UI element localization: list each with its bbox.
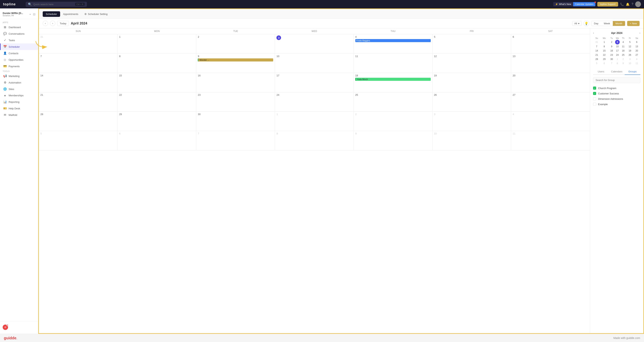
mini-day-31-prev[interactable]: 31 [593,40,600,44]
support-button[interactable]: topline Support [597,2,618,6]
event-yoda-minch[interactable]: Yoda Minch [355,78,431,81]
cal-cell-1[interactable]: 1 [118,34,196,54]
mini-day-9[interactable]: 9 [608,44,615,49]
week-view-button[interactable]: Week [601,21,613,26]
cal-cell-2[interactable]: 2 [196,34,275,54]
cal-cell-16[interactable]: 16 [196,73,275,92]
cal-cell-6[interactable]: 6 [511,34,590,54]
search-input[interactable] [33,3,74,6]
sidebar-item-contacts[interactable]: 👤 Contacts [0,50,38,56]
mini-day-8-next[interactable]: 8 [615,61,620,66]
mini-day-28[interactable]: 28 [593,57,600,61]
group-item-church[interactable]: ✓ Church Program [593,86,640,91]
new-appointment-button[interactable]: + New [627,21,640,26]
mini-day-16[interactable]: 16 [608,49,615,53]
cal-cell-7[interactable]: 7 [39,54,118,73]
user-avatar[interactable] [635,1,641,7]
mini-day-9-next[interactable]: 9 [620,61,627,66]
bell-icon[interactable]: 🔔 [626,2,630,6]
mini-day-22[interactable]: 22 [600,53,608,57]
mini-day-5[interactable]: 5 [626,40,633,44]
search-group-input[interactable] [593,77,640,83]
cal-cell-15[interactable]: 15 [118,73,196,92]
mini-day-1-next[interactable]: 1 [615,57,620,61]
cal-cell-27[interactable]: 27 [511,92,590,112]
mini-day-15[interactable]: 15 [600,49,608,53]
group-checkbox-church[interactable]: ✓ [593,86,596,90]
cal-cell-10-next[interactable]: 10 [432,131,511,150]
group-checkbox-dimension[interactable] [593,97,596,100]
mini-day-4[interactable]: 4 [620,40,627,44]
cal-cell-11-next[interactable]: 11 [511,131,590,150]
cal-cell-30[interactable]: 30 [196,112,275,131]
cal-cell-2-next[interactable]: 2 [354,112,432,131]
cal-cell-4-next[interactable]: 4 [511,112,590,131]
company-selector[interactable]: Dunder Mifflin [D... Scranton, PA ▾ ⊟ [0,11,38,19]
collapse-icon[interactable]: ⊟ [33,12,36,16]
today-button[interactable]: Today [57,21,69,26]
sidebar-item-mailfold[interactable]: ✉ Mailfold [0,112,38,118]
cal-cell-25[interactable]: 25 [354,92,432,112]
mini-day-5-next[interactable]: 5 [593,61,600,66]
cal-cell-12[interactable]: 12 [432,54,511,73]
cal-cell-10[interactable]: 10 [275,54,354,73]
mini-day-21[interactable]: 21 [593,53,600,57]
mini-day-1[interactable]: 1 [600,40,608,44]
sidebar-item-tasks[interactable]: ✓ Tasks [0,37,38,44]
sidebar-item-sites[interactable]: 🌐 Sites [0,86,38,92]
whats-new-button[interactable]: ⚡ What's New Calendar Updates [553,2,595,6]
cal-cell-8-next[interactable]: 8 [275,131,354,150]
mini-day-29[interactable]: 29 [600,57,608,61]
cal-cell-17[interactable]: 17 [275,73,354,92]
panel-tab-groups[interactable]: Groups [625,68,640,75]
mini-day-23[interactable]: 23 [608,53,615,57]
mini-day-17[interactable]: 17 [615,49,620,53]
sidebar-item-opportunities[interactable]: ◇ Opportunities [0,56,38,63]
panel-tab-users[interactable]: Users [593,68,609,75]
cal-cell-28[interactable]: 28 [39,112,118,131]
sidebar-item-helpdesk[interactable]: 🎫 Help Desk [0,105,38,112]
cal-cell-18[interactable]: 18 Yoda Minch [354,73,432,92]
group-checkbox-example[interactable] [593,103,596,106]
mini-day-3-today[interactable]: 3 [615,40,620,44]
cal-cell-1-next[interactable]: 1 [275,112,354,131]
mini-day-8[interactable]: 8 [600,44,608,49]
mini-day-19[interactable]: 19 [626,49,633,53]
tab-settings[interactable]: ⚙ Scheduler Setting [81,11,111,17]
sidebar-item-payments[interactable]: 💳 Payments [0,63,38,70]
user-profile-item[interactable]: O 1 [0,323,38,332]
group-item-dimension[interactable]: Dimension Admissions [593,96,640,102]
event-frodo-baggins[interactable]: Frodo Baggins [355,39,431,42]
cal-cell-7-next[interactable]: 7 [196,131,275,150]
cal-cell-5-next[interactable]: 5 [39,131,118,150]
mini-day-25[interactable]: 25 [620,53,627,57]
mini-day-4-next[interactable]: 4 [633,57,640,61]
mini-day-26[interactable]: 26 [626,53,633,57]
cal-cell-9-next[interactable]: 9 [354,131,432,150]
lightbulb-button[interactable]: 💡 [584,20,589,26]
mini-day-11[interactable]: 11 [620,44,627,49]
mini-day-2[interactable]: 2 [608,40,615,44]
mini-day-24[interactable]: 24 [615,53,620,57]
tab-appointments[interactable]: Appointments [60,11,82,17]
cal-cell-3-next[interactable]: 3 [432,112,511,131]
filter-dropdown[interactable]: All ▾ [572,21,582,26]
cal-cell-24[interactable]: 24 [275,92,354,112]
cal-cell-29[interactable]: 29 [118,112,196,131]
mini-day-11-next[interactable]: 11 [633,61,640,66]
sidebar-item-automation[interactable]: ⚙ Automation [0,79,38,86]
cal-cell-3[interactable]: 3 [275,34,354,54]
cal-cell-19[interactable]: 19 [432,73,511,92]
mini-day-7[interactable]: 7 [593,44,600,49]
cal-cell-23[interactable]: 23 [196,92,275,112]
cal-cell-6-next[interactable]: 6 [118,131,196,150]
mini-day-27[interactable]: 27 [633,53,640,57]
help-icon[interactable]: ? [632,2,633,6]
mini-day-6[interactable]: 6 [633,40,640,44]
panel-tab-calendars[interactable]: Calendars [609,68,624,75]
mini-next-button[interactable]: › [640,32,640,34]
mini-day-13[interactable]: 13 [633,44,640,49]
sidebar-item-reporting[interactable]: 📊 Reporting [0,98,38,105]
mini-day-3-next[interactable]: 3 [626,57,633,61]
cal-cell-9[interactable]: 9 Wonder ... [196,54,275,73]
